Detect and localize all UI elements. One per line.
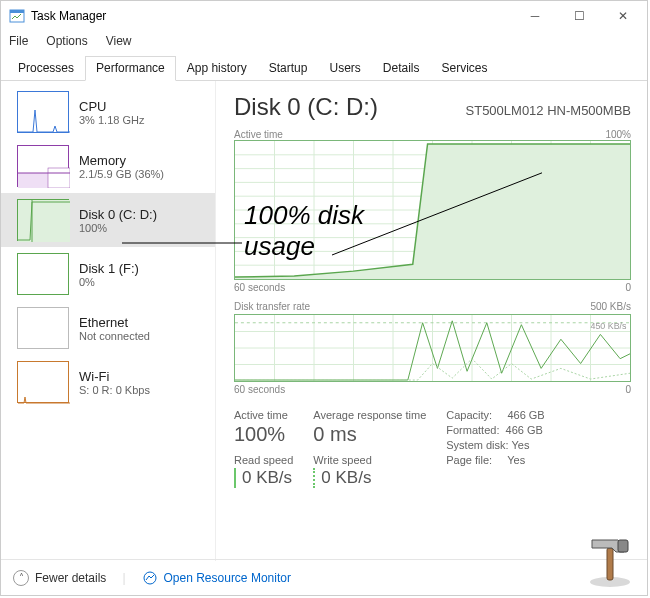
open-resource-monitor-link[interactable]: Open Resource Monitor bbox=[142, 570, 291, 586]
disk1-mini-graph bbox=[17, 253, 69, 295]
stats-row: Active time 100% Read speed 0 KB/s Avera… bbox=[234, 409, 631, 488]
performance-sidebar: CPU3% 1.18 GHz Memory2.1/5.9 GB (36%) Di… bbox=[1, 81, 216, 561]
main-panel: Disk 0 (C: D:) ST500LM012 HN-M500MBB Act… bbox=[216, 81, 647, 561]
sidebar-item-label: CPU bbox=[79, 99, 144, 114]
stat-read-speed: 0 KB/s bbox=[234, 468, 293, 488]
task-manager-window: Task Manager ─ ☐ ✕ File Options View Pro… bbox=[0, 0, 648, 596]
sidebar-item-label: Ethernet bbox=[79, 315, 150, 330]
hammer-icon bbox=[578, 526, 642, 590]
tab-bar: Processes Performance App history Startu… bbox=[1, 51, 647, 81]
sidebar-item-cpu[interactable]: CPU3% 1.18 GHz bbox=[1, 85, 215, 139]
graph2-label: Disk transfer rate bbox=[234, 301, 310, 312]
graph2-max: 500 KB/s bbox=[590, 301, 631, 312]
tab-processes[interactable]: Processes bbox=[7, 56, 85, 81]
chevron-up-icon: ˄ bbox=[13, 570, 29, 586]
sidebar-item-disk1[interactable]: Disk 1 (F:)0% bbox=[1, 247, 215, 301]
minimize-button[interactable]: ─ bbox=[513, 2, 557, 30]
stat-write-speed: 0 KB/s bbox=[313, 468, 426, 488]
sidebar-item-disk0[interactable]: Disk 0 (C: D:)100% bbox=[1, 193, 215, 247]
titlebar: Task Manager ─ ☐ ✕ bbox=[1, 1, 647, 31]
sidebar-item-label: Wi-Fi bbox=[79, 369, 150, 384]
disk0-mini-graph bbox=[17, 199, 69, 241]
graph1-label: Active time bbox=[234, 129, 283, 140]
menu-view[interactable]: View bbox=[106, 34, 132, 48]
maximize-button[interactable]: ☐ bbox=[557, 2, 601, 30]
page-title: Disk 0 (C: D:) bbox=[234, 93, 378, 121]
svg-rect-3 bbox=[48, 168, 70, 188]
tab-services[interactable]: Services bbox=[431, 56, 499, 81]
window-title: Task Manager bbox=[31, 9, 106, 23]
tab-users[interactable]: Users bbox=[318, 56, 371, 81]
sidebar-item-ethernet[interactable]: EthernetNot connected bbox=[1, 301, 215, 355]
svg-rect-44 bbox=[618, 540, 628, 552]
disk-properties: Capacity: 466 GB Formatted: 466 GB Syste… bbox=[446, 409, 544, 488]
menu-options[interactable]: Options bbox=[46, 34, 87, 48]
menubar: File Options View bbox=[1, 31, 647, 51]
svg-text:450 KB/s: 450 KB/s bbox=[591, 321, 628, 331]
memory-mini-graph bbox=[17, 145, 69, 187]
ethernet-mini-graph bbox=[17, 307, 69, 349]
svg-rect-43 bbox=[607, 548, 613, 580]
close-button[interactable]: ✕ bbox=[601, 2, 645, 30]
stat-avg-response: 0 ms bbox=[313, 423, 426, 446]
sidebar-item-memory[interactable]: Memory2.1/5.9 GB (36%) bbox=[1, 139, 215, 193]
content-area: CPU3% 1.18 GHz Memory2.1/5.9 GB (36%) Di… bbox=[1, 81, 647, 561]
cpu-mini-graph bbox=[17, 91, 69, 133]
transfer-rate-graph: 450 KB/s bbox=[234, 314, 631, 382]
tab-details[interactable]: Details bbox=[372, 56, 431, 81]
sidebar-item-label: Disk 0 (C: D:) bbox=[79, 207, 157, 222]
app-icon bbox=[9, 8, 25, 24]
tab-startup[interactable]: Startup bbox=[258, 56, 319, 81]
stat-active-time: 100% bbox=[234, 423, 293, 446]
tab-performance[interactable]: Performance bbox=[85, 56, 176, 81]
fewer-details-button[interactable]: ˄ Fewer details bbox=[13, 570, 106, 586]
active-time-graph bbox=[234, 140, 631, 280]
graph1-max: 100% bbox=[605, 129, 631, 140]
sidebar-item-label: Memory bbox=[79, 153, 164, 168]
menu-file[interactable]: File bbox=[9, 34, 28, 48]
sidebar-item-wifi[interactable]: Wi-FiS: 0 R: 0 Kbps bbox=[1, 355, 215, 409]
wifi-mini-graph bbox=[17, 361, 69, 403]
svg-point-39 bbox=[144, 572, 156, 584]
footer-bar: ˄ Fewer details | Open Resource Monitor bbox=[1, 559, 647, 595]
tab-app-history[interactable]: App history bbox=[176, 56, 258, 81]
sidebar-item-label: Disk 1 (F:) bbox=[79, 261, 139, 276]
svg-rect-5 bbox=[18, 200, 70, 242]
resource-monitor-icon bbox=[142, 570, 158, 586]
svg-rect-1 bbox=[10, 10, 24, 13]
disk-model: ST500LM012 HN-M500MBB bbox=[466, 103, 631, 118]
